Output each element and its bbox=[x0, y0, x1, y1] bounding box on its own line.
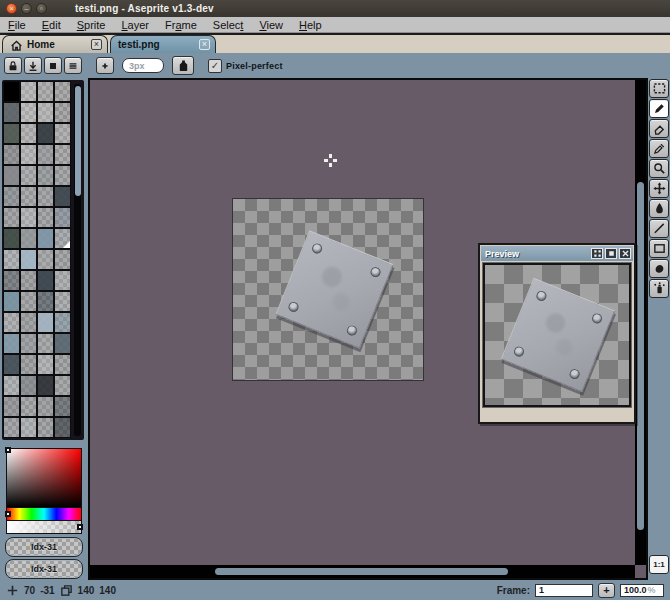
palette-swatch-50[interactable] bbox=[38, 334, 53, 353]
pixel-perfect-toggle[interactable]: ✓ Pixel-perfect bbox=[208, 59, 283, 73]
palette-swatch-61[interactable] bbox=[21, 397, 36, 416]
palette-swatch-41[interactable] bbox=[21, 292, 36, 311]
vertical-scrollbar-thumb[interactable] bbox=[637, 182, 644, 530]
palette-swatch-8[interactable] bbox=[4, 124, 19, 143]
filled-square-button[interactable] bbox=[44, 57, 62, 74]
ink-type-button[interactable] bbox=[172, 56, 194, 75]
palette-swatch-55[interactable] bbox=[55, 355, 70, 374]
brush-type-button[interactable] bbox=[96, 57, 114, 74]
tool-eraser-button[interactable] bbox=[649, 119, 669, 138]
palette-swatch-48[interactable] bbox=[4, 334, 19, 353]
tab-testi-png[interactable]: testi.png× bbox=[110, 35, 216, 53]
canvas-vertical-scrollbar[interactable] bbox=[635, 80, 646, 565]
palette-swatch-52[interactable] bbox=[4, 355, 19, 374]
preview-window[interactable]: Preview bbox=[478, 243, 636, 424]
palette-swatch-26[interactable] bbox=[38, 208, 53, 227]
palette-swatch-27[interactable] bbox=[55, 208, 70, 227]
menu-help[interactable]: Help bbox=[291, 19, 330, 31]
palette-swatch-36[interactable] bbox=[4, 271, 19, 290]
palette-swatch-12[interactable] bbox=[4, 145, 19, 164]
window-close-icon[interactable]: × bbox=[6, 3, 17, 14]
palette-swatch-13[interactable] bbox=[21, 145, 36, 164]
palette-swatch-1[interactable] bbox=[21, 82, 36, 101]
palette-swatch-49[interactable] bbox=[21, 334, 36, 353]
frame-number-input[interactable] bbox=[535, 584, 593, 597]
palette-swatch-28[interactable] bbox=[4, 229, 19, 248]
palette-swatch-46[interactable] bbox=[38, 313, 53, 332]
palette-swatch-34[interactable] bbox=[38, 250, 53, 269]
tool-rectangular-marquee-button[interactable] bbox=[649, 79, 669, 98]
palette-swatch-33[interactable] bbox=[21, 250, 36, 269]
palette-swatch-59[interactable] bbox=[55, 376, 70, 395]
palette-swatch-16[interactable] bbox=[4, 166, 19, 185]
palette-swatch-47[interactable] bbox=[55, 313, 70, 332]
preview-black-square-icon[interactable] bbox=[605, 248, 617, 259]
brush-size-input[interactable] bbox=[122, 58, 164, 73]
palette-swatch-64[interactable] bbox=[4, 418, 19, 437]
palette-scrollbar[interactable] bbox=[74, 84, 81, 436]
saturation-value-picker[interactable] bbox=[6, 448, 82, 508]
palette-swatch-17[interactable] bbox=[21, 166, 36, 185]
palette-swatch-62[interactable] bbox=[38, 397, 53, 416]
palette-swatch-20[interactable] bbox=[4, 187, 19, 206]
new-frame-button[interactable]: + bbox=[598, 583, 615, 598]
menu-lines-button[interactable] bbox=[64, 57, 82, 74]
palette-swatch-0[interactable] bbox=[4, 82, 19, 101]
tab-close-icon[interactable]: × bbox=[91, 39, 102, 50]
palette-swatch-66[interactable] bbox=[38, 418, 53, 437]
menu-file[interactable]: File bbox=[0, 19, 34, 31]
palette-swatch-25[interactable] bbox=[21, 208, 36, 227]
horizontal-scrollbar-thumb[interactable] bbox=[215, 568, 508, 575]
palette-swatch-4[interactable] bbox=[4, 103, 19, 122]
tab-home[interactable]: Home× bbox=[2, 35, 108, 53]
tool-paint-bucket-button[interactable] bbox=[649, 199, 669, 218]
palette-scrollbar-thumb[interactable] bbox=[75, 86, 81, 196]
menu-edit[interactable]: Edit bbox=[34, 19, 69, 31]
palette-swatch-54[interactable] bbox=[38, 355, 53, 374]
tool-move-button[interactable] bbox=[649, 179, 669, 198]
palette-swatch-37[interactable] bbox=[21, 271, 36, 290]
hue-slider[interactable] bbox=[6, 507, 82, 521]
preview-expand-icon[interactable] bbox=[591, 248, 603, 259]
menu-select[interactable]: Select bbox=[205, 19, 252, 31]
palette-swatch-14[interactable] bbox=[38, 145, 53, 164]
menu-view[interactable]: View bbox=[251, 19, 291, 31]
palette-swatch-29[interactable] bbox=[21, 229, 36, 248]
tool-contour-button[interactable] bbox=[649, 259, 669, 278]
palette-swatch-7[interactable] bbox=[55, 103, 70, 122]
window-maximize-icon[interactable]: ▫ bbox=[36, 3, 47, 14]
palette-swatch-10[interactable] bbox=[38, 124, 53, 143]
tool-eyedropper-button[interactable] bbox=[649, 139, 669, 158]
palette-swatch-6[interactable] bbox=[38, 103, 53, 122]
palette-swatch-39[interactable] bbox=[55, 271, 70, 290]
palette-swatch-60[interactable] bbox=[4, 397, 19, 416]
zoom-level-input[interactable]: 100.0 % bbox=[620, 584, 664, 597]
palette-swatch-56[interactable] bbox=[4, 376, 19, 395]
palette-swatch-19[interactable] bbox=[55, 166, 70, 185]
alpha-marker[interactable] bbox=[77, 524, 83, 530]
palette-swatch-67[interactable] bbox=[55, 418, 70, 437]
preview-close-icon[interactable] bbox=[619, 248, 631, 259]
palette-swatch-51[interactable] bbox=[55, 334, 70, 353]
palette-swatch-31[interactable] bbox=[55, 229, 70, 248]
tool-pencil-button[interactable] bbox=[649, 99, 669, 118]
zoom-1-1-button[interactable]: 1:1 bbox=[649, 555, 669, 574]
tool-line-button[interactable] bbox=[649, 219, 669, 238]
arrow-down-button[interactable] bbox=[24, 57, 42, 74]
tab-close-icon[interactable]: × bbox=[199, 39, 210, 50]
palette-swatch-23[interactable] bbox=[55, 187, 70, 206]
lock-button[interactable] bbox=[4, 57, 22, 74]
palette-swatch-42[interactable] bbox=[38, 292, 53, 311]
menu-layer[interactable]: Layer bbox=[113, 19, 157, 31]
canvas-horizontal-scrollbar[interactable] bbox=[90, 565, 635, 578]
pixel-perfect-checkbox[interactable]: ✓ bbox=[208, 59, 222, 73]
palette-swatch-18[interactable] bbox=[38, 166, 53, 185]
alpha-slider[interactable] bbox=[6, 520, 82, 534]
sprite-canvas[interactable] bbox=[233, 199, 423, 380]
palette-swatch-15[interactable] bbox=[55, 145, 70, 164]
palette-swatch-40[interactable] bbox=[4, 292, 19, 311]
tool-rectangle-button[interactable] bbox=[649, 239, 669, 258]
palette-swatch-21[interactable] bbox=[21, 187, 36, 206]
preview-titlebar[interactable]: Preview bbox=[481, 246, 633, 261]
window-minimize-icon[interactable]: – bbox=[21, 3, 32, 14]
